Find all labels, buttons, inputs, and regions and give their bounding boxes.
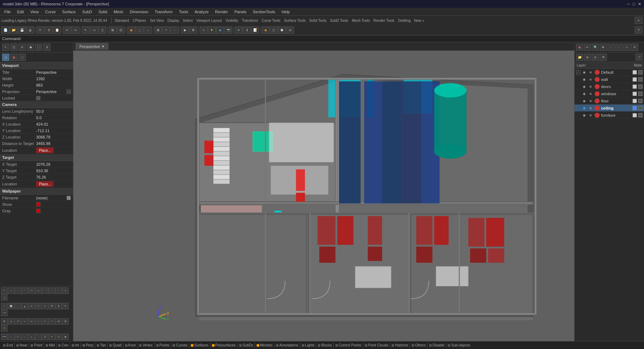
status-near[interactable]: Near (16, 343, 28, 347)
layer-visibility-floor[interactable]: ◉ (582, 98, 587, 103)
status-cen[interactable]: Cen (58, 343, 68, 347)
layer-doors[interactable]: ◉ ⊕ doors (575, 83, 644, 90)
toolbar-mesh-tools[interactable]: Mesh Tools (350, 19, 371, 23)
status-surfaces[interactable]: Surfaces (191, 343, 208, 347)
tb-open[interactable]: 📂 (10, 26, 18, 34)
tool-revolve[interactable]: ↻ (62, 303, 69, 309)
rp-move-icon[interactable]: ✥ (600, 44, 607, 51)
perspective-tab[interactable]: Perspective ▼ (75, 43, 108, 50)
layer-ceiling[interactable]: ◉ ⊕ ceiling (575, 105, 644, 112)
status-point[interactable]: Point (30, 343, 42, 347)
toolbar-render-tools[interactable]: Render Tools (372, 19, 396, 23)
menu-subd[interactable]: SubD (79, 9, 95, 15)
layer-mat2-furniture[interactable] (638, 113, 643, 117)
close-btn[interactable]: ✕ (638, 2, 641, 6)
layer-lock-windows[interactable]: ⊕ (588, 91, 593, 96)
tb-snap[interactable]: ⊡ (117, 26, 125, 34)
menu-view[interactable]: View (28, 9, 42, 15)
tb-save[interactable]: 💾 (18, 26, 26, 34)
layer-mat2-ceiling[interactable] (638, 106, 643, 110)
status-subds[interactable]: SubDs (239, 343, 253, 347)
status-lights[interactable]: Lights (302, 343, 315, 347)
status-point-clouds[interactable]: Point Clouds (365, 343, 389, 347)
layer-mat-ceiling[interactable] (633, 106, 637, 110)
minimize-btn[interactable]: ─ (627, 2, 630, 6)
tool-sphere2[interactable]: ⬤ (8, 303, 14, 309)
tb-zoom-ext[interactable]: ⊞ (154, 26, 162, 34)
status-blocks[interactable]: Blocks (318, 343, 332, 347)
layer-mat-doors[interactable] (633, 84, 637, 89)
toolbar-surface-tools[interactable]: Surface Tools (283, 19, 307, 23)
rp-up-icon[interactable]: ↑ (608, 44, 615, 51)
tool-pipe[interactable]: ⬡ (35, 303, 42, 309)
toolbar-setview[interactable]: Set View (148, 19, 165, 23)
tool-sweep[interactable]: ⟿ (1, 310, 8, 316)
tool-copy2[interactable]: ⎘ (8, 318, 14, 325)
layer-lock-ceiling[interactable]: ⊕ (588, 106, 593, 111)
layer-mat2-wall[interactable] (638, 77, 643, 82)
camera-section-header[interactable]: Camera (0, 101, 73, 108)
menu-mesh[interactable]: Mesh (111, 9, 126, 15)
tb-print[interactable]: 🖨 (26, 26, 34, 34)
tb-cut[interactable]: ✂ (36, 26, 44, 34)
tool-curve[interactable]: ⌒ (42, 287, 48, 294)
layer-mat2-windows[interactable] (638, 92, 643, 96)
tool-cyl2[interactable]: ⬦ (15, 303, 21, 309)
rp-filter-icon[interactable]: ▽ (635, 54, 643, 61)
layer-visibility-ceiling[interactable]: ◉ (582, 106, 587, 111)
lp-stop-icon[interactable]: ⬛ (35, 44, 42, 51)
layer-mat-wall[interactable] (633, 77, 637, 82)
lp-light-icon[interactable]: □ (19, 54, 26, 61)
layer-mat-furniture[interactable] (633, 113, 637, 117)
tool-leader[interactable]: ⤵ (28, 334, 35, 340)
status-annotations[interactable]: Annotations (276, 343, 298, 347)
tb-redo[interactable]: ↪ (72, 26, 79, 34)
layer-windows[interactable]: ◉ ⊕ windows (575, 90, 644, 97)
layer-visibility-wall[interactable]: ◉ (582, 77, 587, 82)
status-control-points[interactable]: Control Points (335, 343, 361, 347)
tool-arc[interactable]: ◠ (21, 287, 28, 294)
layer-mat2-default[interactable] (638, 70, 643, 74)
menu-edit[interactable]: Edit (14, 9, 27, 15)
tool-line[interactable]: ⟋ (49, 287, 55, 294)
status-vertex[interactable]: Vertex (139, 343, 152, 347)
tool-text[interactable]: T (15, 334, 21, 340)
menu-panels[interactable]: Panels (231, 9, 249, 15)
menu-curve[interactable]: Curve (42, 9, 58, 15)
viewport-section-header[interactable]: Viewport (0, 62, 73, 69)
status-meshes[interactable]: Meshes (257, 343, 273, 347)
tb-paste[interactable]: 📋 (53, 26, 61, 34)
tool-join[interactable]: ⊕ (55, 318, 62, 325)
layer-mat-default[interactable] (633, 70, 637, 74)
tool-arrow[interactable]: ↖ (1, 287, 8, 294)
tool-trim[interactable]: ✂ (42, 318, 48, 325)
tb-render-settings[interactable]: ⚙ (189, 26, 197, 34)
target-place-btn[interactable]: Place... (36, 181, 54, 187)
rp-expand-icon[interactable]: ⊕ (584, 54, 591, 61)
tool-render2[interactable]: ▶ (62, 334, 69, 340)
layer-lock-furniture[interactable]: ⊕ (588, 113, 593, 118)
tool-circle[interactable]: ○ (15, 287, 21, 294)
lp-mat-icon[interactable]: ◉ (10, 54, 18, 61)
tool-history[interactable]: ✦ (49, 334, 55, 340)
rp-color-icon[interactable]: ◉ (576, 44, 583, 51)
lp-points-icon[interactable]: ⊡ (10, 44, 18, 51)
tb-light[interactable]: ✦ (208, 26, 216, 34)
layer-floor[interactable]: ◉ ⊕ floor (575, 97, 644, 105)
lp-select-icon[interactable]: ↖ (2, 44, 9, 51)
menu-analyze[interactable]: Analyze (192, 9, 211, 15)
status-mid[interactable]: Mid (45, 343, 55, 347)
status-int[interactable]: Int (72, 343, 79, 347)
tb-undo[interactable]: ↩ (63, 26, 71, 34)
toolbar-transform[interactable]: Transform (240, 19, 259, 23)
toolbar-solid-tools[interactable]: Solid Tools (308, 19, 328, 23)
status-disable[interactable]: Disable (429, 343, 444, 347)
wallpaper-section-header[interactable]: Wallpaper (0, 188, 73, 195)
layer-lock-floor[interactable]: ⊕ (588, 98, 593, 103)
tb-help[interactable]: ? (635, 26, 643, 34)
tool-mesh2[interactable]: ⊞ (49, 303, 55, 309)
status-perp[interactable]: Perp (82, 343, 93, 347)
tb-box[interactable]: ⬚ (136, 26, 143, 34)
tb-cam[interactable]: 📷 (224, 26, 232, 34)
tool-dim2[interactable]: ↕ (8, 334, 14, 340)
